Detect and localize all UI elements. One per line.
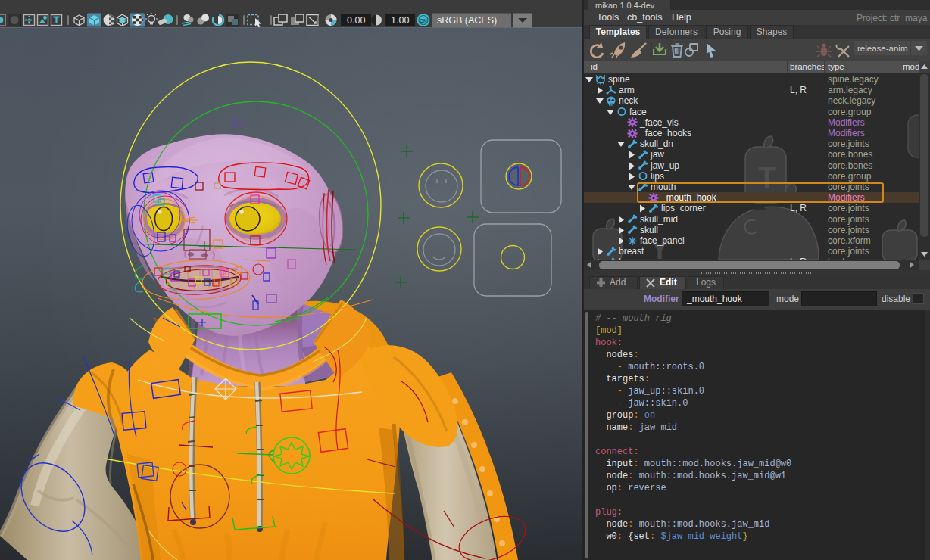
svg-text:0.00: 0.00 <box>347 15 365 26</box>
svg-text:release-anim: release-anim <box>857 44 907 53</box>
svg-text:ON: ON <box>420 18 427 23</box>
svg-text:1.00: 1.00 <box>391 15 409 26</box>
svg-text:sRGB (ACES): sRGB (ACES) <box>437 15 497 26</box>
